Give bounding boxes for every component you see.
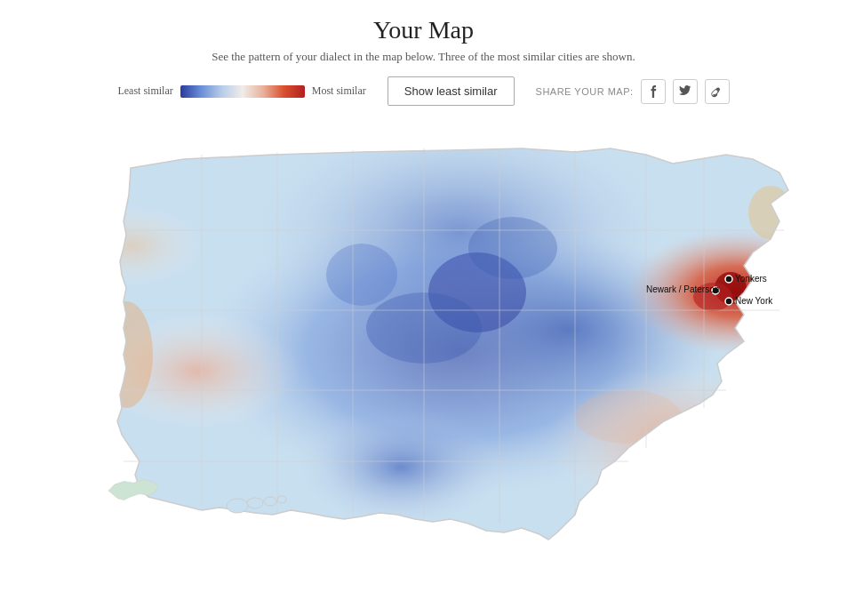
page-container: Your Map See the pattern of your dialect… [0,0,847,616]
share-label: SHARE YOUR MAP: [536,86,634,97]
show-least-similar-button[interactable]: Show least similar [388,76,515,106]
link-share-icon[interactable] [705,79,730,104]
page-title: Your Map [373,16,474,44]
svg-point-32 [247,498,263,508]
svg-point-33 [264,497,276,506]
yonkers-label: Yonkers [735,274,767,284]
facebook-share-icon[interactable] [641,79,666,104]
legend-most-label: Most similar [312,84,366,98]
controls-row: Least similar Most similar Show least si… [117,76,729,106]
svg-point-15 [575,390,682,444]
new-york-label: New York [735,296,773,306]
legend: Least similar Most similar [117,84,365,98]
us-dialect-map: Yonkers Newark / Paterson New York [24,115,824,559]
yonkers-dot [725,276,732,283]
share-section: SHARE YOUR MAP: [536,79,730,104]
svg-point-18 [748,186,793,239]
svg-point-12 [326,244,397,306]
legend-bar [180,85,305,98]
legend-least-label: Least similar [117,84,172,98]
twitter-share-icon[interactable] [673,79,698,104]
map-container: Yonkers Newark / Paterson New York [24,115,824,559]
new-york-dot [725,298,732,305]
svg-point-31 [227,499,248,513]
page-subtitle: See the pattern of your dialect in the m… [212,50,635,64]
newark-paterson-label: Newark / Paterson [646,284,719,294]
svg-point-13 [468,217,557,279]
svg-point-34 [277,496,286,503]
